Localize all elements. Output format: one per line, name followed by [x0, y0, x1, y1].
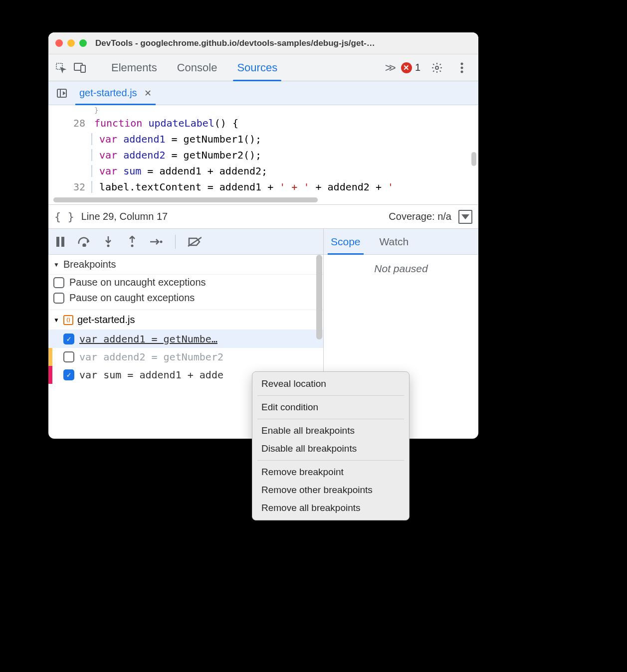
- ctx-reveal-location[interactable]: Reveal location: [252, 375, 409, 393]
- checkbox-checked-icon[interactable]: ✓: [63, 369, 74, 380]
- settings-icon[interactable]: [428, 59, 445, 76]
- breakpoint-context-menu: Reveal location Edit condition Enable al…: [252, 371, 410, 520]
- tab-elements[interactable]: Elements: [101, 54, 167, 81]
- error-count: 1: [415, 62, 420, 73]
- svg-point-14: [160, 240, 163, 243]
- svg-point-6: [461, 70, 463, 73]
- breakpoint-text: var addend2 = getNumber2: [79, 351, 223, 363]
- svg-rect-2: [81, 65, 85, 72]
- step-icon[interactable]: [149, 235, 163, 249]
- close-window-icon[interactable]: [55, 39, 63, 47]
- breakpoints-title: Breakpoints: [63, 259, 116, 270]
- file-tab-label: get-started.js: [79, 87, 137, 99]
- tab-watch[interactable]: Watch: [378, 229, 411, 255]
- deactivate-breakpoints-icon[interactable]: [188, 235, 202, 249]
- window-title: DevTools - googlechrome.github.io/devtoo…: [95, 38, 375, 48]
- separator: [257, 460, 404, 461]
- coverage-label: Coverage: n/a: [389, 211, 451, 222]
- inspect-icon[interactable]: [52, 59, 69, 76]
- breakpoint-text: var sum = addend1 + adde: [79, 369, 223, 381]
- error-badge[interactable]: ✕ 1: [401, 62, 420, 73]
- js-file-icon: ⟨⟩: [63, 315, 73, 325]
- separator: [257, 395, 404, 396]
- device-toggle-icon[interactable]: [71, 59, 88, 76]
- step-into-icon[interactable]: [101, 235, 115, 249]
- collapse-icon[interactable]: [458, 210, 472, 224]
- cursor-position: Line 29, Column 17: [81, 211, 168, 222]
- svg-point-3: [435, 66, 438, 69]
- pause-caught-row[interactable]: Pause on caught exceptions: [48, 290, 323, 306]
- svg-point-12: [107, 244, 110, 247]
- horizontal-scrollbar[interactable]: [53, 197, 318, 202]
- breakpoint-row[interactable]: var addend2 = getNumber2: [48, 348, 323, 366]
- line-number[interactable]: 32: [73, 181, 85, 193]
- svg-rect-10: [61, 237, 64, 247]
- pause-uncaught-label: Pause on uncaught exceptions: [69, 277, 206, 288]
- ctx-remove-all[interactable]: Remove all breakpoints: [252, 499, 409, 517]
- breakpoint-file-header[interactable]: ▼ ⟨⟩ get-started.js: [48, 310, 323, 330]
- checkbox-unchecked-icon[interactable]: [63, 351, 74, 362]
- show-navigator-icon[interactable]: [53, 85, 70, 102]
- tab-sources[interactable]: Sources: [227, 54, 287, 81]
- svg-point-4: [461, 62, 463, 65]
- separator: [257, 419, 404, 419]
- breakpoint-row[interactable]: ✓ var addend1 = getNumbe…: [48, 330, 323, 348]
- step-over-icon[interactable]: [77, 235, 91, 249]
- not-paused-label: Not paused: [324, 255, 478, 283]
- error-icon: ✕: [401, 62, 412, 73]
- vertical-scrollbar[interactable]: [316, 255, 322, 339]
- debugger-toolbar: [48, 229, 323, 255]
- disclosure-triangle-icon: ▼: [53, 317, 59, 324]
- checkbox-unchecked-icon[interactable]: [53, 293, 64, 304]
- svg-point-13: [131, 244, 134, 247]
- breakpoints-header[interactable]: ▼ Breakpoints: [48, 255, 323, 275]
- scope-watch-tabs: Scope Watch: [324, 229, 478, 255]
- ctx-remove[interactable]: Remove breakpoint: [252, 463, 409, 481]
- breakpoint-file-label: get-started.js: [77, 314, 135, 326]
- ctx-disable-all[interactable]: Disable all breakpoints: [252, 440, 409, 458]
- logpoint-stripe-icon: [48, 366, 52, 384]
- minimize-window-icon[interactable]: [67, 39, 75, 47]
- pause-caught-label: Pause on caught exceptions: [69, 292, 195, 304]
- vertical-scrollbar[interactable]: [471, 152, 476, 166]
- main-toolbar: Elements Console Sources >> ✕ 1: [48, 54, 478, 81]
- ctx-remove-other[interactable]: Remove other breakpoints: [252, 481, 409, 499]
- breakpoint-text: var addend1 = getNumbe…: [79, 333, 217, 345]
- code-editor[interactable]: } 28 function updateLabel() { 29 var add…: [48, 105, 478, 205]
- svg-point-11: [83, 244, 86, 246]
- checkbox-unchecked-icon[interactable]: [53, 277, 64, 288]
- editor-statusbar: { } Line 29, Column 17 Coverage: n/a: [48, 205, 478, 229]
- svg-rect-9: [56, 237, 59, 247]
- file-tab-get-started[interactable]: get-started.js ✕: [77, 81, 154, 105]
- panel-tabs: Elements Console Sources: [101, 54, 287, 81]
- zoom-window-icon[interactable]: [79, 39, 87, 47]
- kebab-menu-icon[interactable]: [453, 59, 470, 76]
- svg-point-5: [461, 66, 463, 69]
- pretty-print-icon[interactable]: { }: [54, 210, 74, 223]
- tab-console[interactable]: Console: [167, 54, 227, 81]
- pause-uncaught-row[interactable]: Pause on uncaught exceptions: [48, 275, 323, 290]
- source-file-bar: get-started.js ✕: [48, 81, 478, 105]
- pause-icon[interactable]: [53, 235, 67, 249]
- ctx-edit-condition[interactable]: Edit condition: [252, 398, 409, 416]
- ctx-enable-all[interactable]: Enable all breakpoints: [252, 422, 409, 440]
- titlebar: DevTools - googlechrome.github.io/devtoo…: [48, 32, 478, 54]
- close-file-icon[interactable]: ✕: [144, 88, 152, 99]
- line-number[interactable]: 28: [73, 117, 85, 129]
- step-out-icon[interactable]: [125, 235, 139, 249]
- tab-scope[interactable]: Scope: [329, 229, 363, 255]
- disclosure-triangle-icon: ▼: [53, 261, 59, 268]
- more-tabs-icon[interactable]: >>: [385, 61, 393, 75]
- checkbox-checked-icon[interactable]: ✓: [63, 334, 74, 344]
- toolbar-right: >> ✕ 1: [385, 59, 474, 76]
- conditional-stripe-icon: [48, 348, 52, 366]
